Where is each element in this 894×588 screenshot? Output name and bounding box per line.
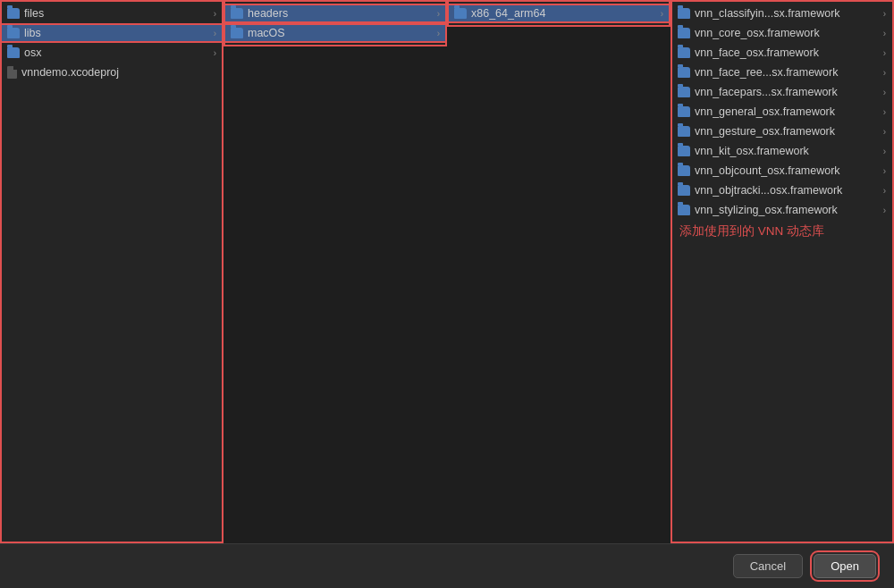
column-1: files›libs›osx›vnndemo.xcodeproj	[0, 0, 224, 543]
item-label: libs	[24, 27, 209, 39]
folder-icon	[678, 87, 690, 97]
item-label: headers	[248, 7, 433, 20]
list-item[interactable]: x86_64_arm64›	[447, 4, 670, 23]
list-item[interactable]: files›	[0, 4, 224, 23]
file-icon	[7, 66, 17, 79]
file-browser: files›libs›osx›vnndemo.xcodeproj headers…	[0, 0, 894, 543]
item-label: vnn_core_osx.framework	[695, 27, 879, 39]
chevron-right-icon: ›	[883, 127, 886, 137]
chevron-right-icon: ›	[883, 48, 886, 58]
item-label: vnn_objtracki...osx.framework	[695, 184, 879, 197]
chevron-right-icon: ›	[883, 107, 886, 117]
item-label: vnn_objcount_osx.framework	[695, 164, 879, 177]
column-4: vnn_classifyin...sx.framework›vnn_core_o…	[670, 0, 894, 543]
item-label: vnn_facepars...sx.framework	[695, 86, 879, 98]
folder-icon	[678, 8, 690, 19]
chevron-right-icon: ›	[883, 166, 886, 176]
list-item[interactable]: vnn_objcount_osx.framework›	[670, 161, 893, 181]
list-item[interactable]: vnn_general_osx.framework›	[670, 102, 893, 122]
chevron-right-icon: ›	[214, 29, 216, 38]
item-label: vnn_face_osx.framework	[695, 46, 879, 59]
folder-icon	[678, 146, 690, 156]
chevron-right-icon: ›	[883, 29, 886, 38]
list-item[interactable]: vnn_kit_osx.framework›	[670, 141, 893, 161]
column-3: x86_64_arm64›	[447, 0, 670, 543]
item-label: vnn_kit_osx.framework	[695, 145, 879, 157]
list-item[interactable]: vnn_core_osx.framework›	[670, 23, 893, 43]
list-item[interactable]: vnn_gesture_osx.framework›	[670, 122, 893, 141]
item-label: macOS	[248, 27, 433, 39]
bottom-bar: Cancel Open	[0, 543, 894, 588]
list-item[interactable]: libs›	[0, 23, 224, 43]
list-item[interactable]: macOS›	[224, 23, 447, 43]
folder-icon	[7, 28, 20, 38]
folder-icon	[454, 8, 467, 19]
cancel-button[interactable]: Cancel	[733, 554, 803, 578]
item-label: vnn_gesture_osx.framework	[695, 125, 879, 138]
column-4-list: vnn_classifyin...sx.framework›vnn_core_o…	[670, 0, 894, 543]
item-label: vnn_general_osx.framework	[695, 105, 879, 118]
list-item[interactable]: vnn_face_ree...sx.framework›	[670, 63, 893, 82]
chevron-right-icon: ›	[437, 29, 440, 38]
folder-icon	[678, 126, 690, 137]
column-2: headers›macOS›	[224, 0, 447, 543]
chevron-right-icon: ›	[883, 88, 886, 97]
list-item[interactable]: vnn_facepars...sx.framework›	[670, 82, 893, 102]
folder-icon	[678, 67, 690, 78]
chevron-right-icon: ›	[883, 206, 886, 215]
item-label: vnn_face_ree...sx.framework	[695, 66, 879, 79]
list-item[interactable]: vnn_classifyin...sx.framework›	[670, 4, 893, 23]
folder-icon	[678, 47, 690, 58]
chevron-right-icon: ›	[883, 186, 886, 196]
chevron-right-icon: ›	[883, 147, 886, 156]
list-item[interactable]: vnndemo.xcodeproj	[0, 63, 224, 82]
folder-icon	[678, 106, 690, 117]
list-item[interactable]: vnn_objtracki...osx.framework›	[670, 181, 893, 200]
open-button[interactable]: Open	[814, 554, 876, 578]
item-label: files	[24, 7, 209, 20]
chevron-right-icon: ›	[214, 48, 216, 58]
item-label: osx	[24, 46, 209, 59]
item-label: vnndemo.xcodeproj	[21, 66, 216, 79]
list-item[interactable]: vnn_stylizing_osx.framework›	[670, 200, 893, 220]
chevron-right-icon: ›	[883, 68, 886, 78]
folder-icon	[231, 28, 243, 38]
chevron-right-icon: ›	[883, 9, 886, 19]
folder-icon	[231, 8, 243, 19]
folder-icon	[7, 8, 20, 19]
column-3-list: x86_64_arm64›	[447, 0, 670, 27]
item-label: vnn_classifyin...sx.framework	[695, 7, 879, 20]
folder-icon	[678, 165, 690, 176]
list-item[interactable]: osx›	[0, 43, 224, 63]
item-label: x86_64_arm64	[471, 7, 656, 20]
folder-icon	[7, 47, 20, 58]
column-2-list: headers›macOS›	[224, 0, 447, 46]
chevron-right-icon: ›	[214, 9, 216, 19]
list-item[interactable]: vnn_face_osx.framework›	[670, 43, 893, 63]
column-1-list: files›libs›osx›vnndemo.xcodeproj	[0, 0, 224, 543]
folder-icon	[678, 28, 690, 38]
item-label: vnn_stylizing_osx.framework	[695, 204, 879, 216]
folder-icon	[678, 185, 690, 196]
folder-icon	[678, 205, 690, 215]
list-item[interactable]: headers›	[224, 4, 447, 23]
chevron-right-icon: ›	[437, 9, 440, 19]
chevron-right-icon: ›	[661, 9, 663, 19]
